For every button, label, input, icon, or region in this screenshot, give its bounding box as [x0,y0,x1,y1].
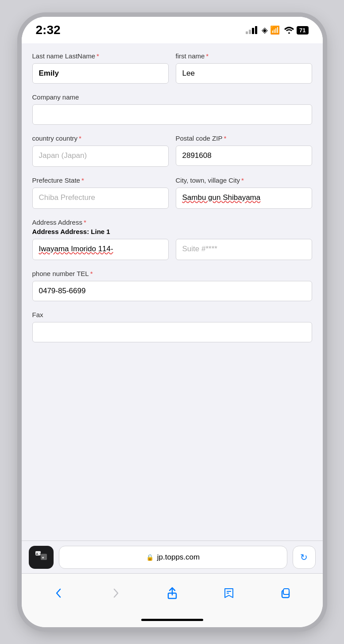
url-text: jp.topps.com [157,553,200,562]
signal-bar-3 [252,28,254,34]
country-postal-row: country country* Japan (Japan) Postal co… [32,134,312,167]
bottom-nav [22,573,323,612]
home-indicator [22,612,323,627]
signal-bar-2 [249,30,251,34]
country-required: * [79,134,81,142]
address-main-label: Address Address* [32,218,312,226]
svg-text:★: ★ [42,556,44,559]
form-content: Last name LastName* first name* Company … [22,43,323,540]
forward-icon [110,587,121,599]
company-row: Company name [32,93,312,125]
address-line1-input[interactable]: Iwayama Imorido 114- [32,239,169,260]
last-name-label: Last name LastName* [32,52,169,60]
wifi-svg-icon [284,27,294,34]
translate-icon: A 文 ★ [35,550,48,564]
prefecture-input[interactable]: Chiba Prefecture [32,188,169,209]
name-row: Last name LastName* first name* [32,52,312,84]
country-input[interactable]: Japan (Japan) [32,146,169,167]
first-name-input[interactable] [176,63,312,84]
tabs-button[interactable] [275,583,296,603]
share-icon [166,587,178,599]
forward-button[interactable] [105,583,126,603]
first-name-label: first name* [176,52,312,60]
browser-bar: A 文 ★ 🔒 jp.topps.com ↻ [22,540,323,573]
address-sub-label: Address Address: Line 1 [32,228,312,235]
last-name-required: * [97,52,99,60]
fax-input[interactable] [32,322,312,342]
phone-label: phone number TEL* [32,270,312,277]
country-label: country country* [32,134,169,142]
phone-group: phone number TEL* [32,270,312,301]
first-name-group: first name* [176,52,312,84]
prefecture-label: Prefecture State* [32,176,169,184]
last-name-input[interactable] [32,63,169,84]
phone-frame: 2:32 ◈ 📶 71 [22,17,323,627]
fax-label: Fax [32,311,312,318]
bookmark-button[interactable] [218,583,240,603]
url-bar[interactable]: 🔒 jp.topps.com [59,546,287,569]
address-line1-group: Iwayama Imorido 114- [32,239,169,260]
back-button[interactable] [48,583,70,603]
last-name-group: Last name LastName* [32,52,169,84]
postal-required: * [224,134,226,142]
prefecture-required: * [81,176,84,184]
reload-button[interactable]: ↻ [293,546,316,569]
company-group: Company name [32,93,312,125]
company-input[interactable] [32,104,312,125]
company-label: Company name [32,93,312,101]
address-required: * [84,218,86,226]
address-line2-input[interactable]: Suite #**** [176,239,312,260]
address-section: Address Address* Address Address: Line 1… [32,218,312,260]
postal-input[interactable] [176,146,312,166]
country-group: country country* Japan (Japan) [32,134,169,167]
address-line2-group: Suite #**** [176,239,312,260]
status-icons: ◈ 📶 71 [246,25,308,35]
svg-point-0 [288,32,290,34]
phone-input[interactable] [32,281,312,301]
bookmark-icon [223,587,235,599]
signal-icon [246,26,257,34]
first-name-required: * [206,52,209,60]
status-time: 2:32 [36,23,61,37]
translate-button[interactable]: A 文 ★ [29,546,54,569]
phone-required: * [90,270,93,277]
svg-text:A: A [36,552,39,556]
signal-bar-4 [255,26,257,34]
postal-group: Postal code ZIP* [176,134,312,167]
home-bar [141,619,203,621]
back-icon [53,587,65,599]
reload-icon: ↻ [300,552,308,563]
city-input[interactable]: Sambu gun Shibayama [176,188,312,209]
prefecture-group: Prefecture State* Chiba Prefecture [32,176,169,209]
fax-group: Fax [32,311,312,342]
fax-row: Fax [32,311,312,342]
tabs-icon [279,587,292,599]
prefecture-city-row: Prefecture State* Chiba Prefecture City,… [32,176,312,209]
wifi-icon: ◈ 📶 [262,25,280,35]
address-row: Iwayama Imorido 114- Suite #**** [32,239,312,260]
battery-badge: 71 [297,26,308,34]
city-group: City, town, village City* Sambu gun Shib… [176,176,312,209]
postal-label: Postal code ZIP* [176,134,312,142]
phone-row: phone number TEL* [32,270,312,301]
svg-rect-10 [283,589,289,594]
city-required: * [241,176,244,184]
city-label: City, town, village City* [176,176,312,184]
lock-icon: 🔒 [146,554,154,561]
share-button[interactable] [162,583,183,603]
status-bar: 2:32 ◈ 📶 71 [22,17,323,43]
signal-bar-1 [246,31,248,34]
